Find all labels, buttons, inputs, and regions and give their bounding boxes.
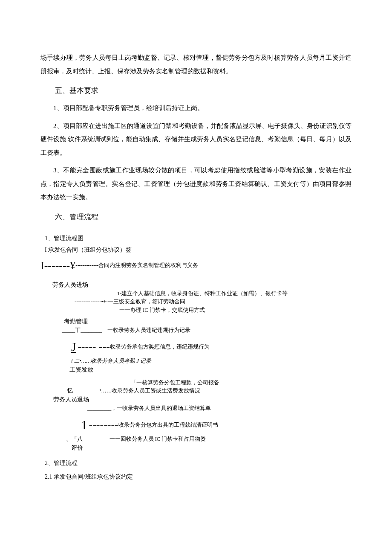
requirement-2: 2、项目部应在进出施工区的通道设置门禁和考勤设备，并配备液晶显示屏、电子摄像头、…	[40, 119, 352, 160]
flow-subheading-1: 1、管理流程图	[45, 234, 352, 243]
flow-note-entry-2: ---------------•+-一三级安全教育，签订劳动合同	[75, 298, 352, 306]
flow-step-evaluate: 评价	[71, 443, 352, 453]
yen-icon: ¥	[70, 259, 75, 272]
flow-note-exit-2: 收录劳务分包方出具的工程款结清证明书	[118, 421, 218, 429]
flow-step-attendance: 考勤管理	[64, 317, 352, 326]
flow-connector-1: I-------¥-------------合同内注明劳务实名制管理的权利与义务	[40, 257, 352, 274]
flow-connector-j: J ----- ---收录劳务承包方奖惩信息，违纪违规行为	[71, 337, 352, 357]
flow-chart-block: 1、管理流程图 I 承发包合同（班组分包协议）签 I-------¥------…	[40, 234, 352, 482]
flow-note-salary-2: -------忆--------- ¹……收录劳务人员工资或生活费发放情况	[55, 387, 352, 395]
section-6-heading: 六、管理流程	[55, 212, 352, 222]
flow-subheading-2: 2、管理流程	[45, 459, 352, 468]
glyph-i: I	[40, 259, 44, 272]
flow-note-attendance-3: i 二•……收录劳务人员考勤 J 记录	[71, 357, 352, 365]
intro-paragraph: 场手续办理，劳务人员每日上岗考勤监督、记录、核对管理，督促劳务分包方及时核算劳务…	[40, 51, 352, 78]
flow-step-entry: 劳务人员进场	[52, 280, 352, 290]
flow-step-exit: 劳务人员退场	[53, 395, 352, 404]
flow-subheading-2-1: 2.1 承发包合同/班组承包协议约定	[45, 472, 352, 482]
flow-note-exit-1: _________，一收录劳务人员出具的退场工资结算单	[87, 404, 352, 413]
glyph-one: 1	[81, 418, 87, 432]
section-5-heading: 五、基本要求	[55, 86, 352, 96]
flow-note-entry-1: 1-建立个人基础信息，收录身份证、特种工作业证（如需）、银行卡等	[117, 290, 352, 298]
flow-step-contract: I 承发包合同（班组分包协议）签	[45, 245, 352, 255]
requirement-3: 3、不能完全围蔽或施工作业现场较分散的项目，可以考虑使用指纹或脸谱等小型考勤设施…	[40, 164, 352, 204]
flow-note-contract: 合同内注明劳务实名制管理的权利与义务	[98, 262, 198, 270]
document-page: 场手续办理，劳务人员每日上岗考勤监督、记录、核对管理，督促劳务分包方及时核算劳务…	[0, 0, 392, 530]
flow-note-attendance-2: 收录劳务承包方奖惩信息，违纪违规行为	[110, 343, 210, 351]
flow-connector-1b: 1 --------收录劳务分包方出具的工程款结清证明书	[81, 415, 352, 435]
glyph-j: J	[71, 340, 76, 354]
flow-note-entry-3: 一一办理 IC 门禁卡，交底使用方式	[119, 306, 352, 314]
flow-step-salary: 工资发放	[69, 365, 352, 375]
requirement-1: 1、项目部配备专职劳务管理员，经培训后持证上岗。	[40, 102, 352, 115]
flow-note-salary-1: 「一核算劳务分包工程款，公司报备	[131, 379, 352, 387]
flow-note-exit-3: 、「八 一一回收劳务人员 IC 门禁卡和占用物资	[66, 435, 352, 443]
flow-note-attendance-1: _____丅________ 一收录劳务人员违纪违规行为记录	[62, 326, 352, 334]
